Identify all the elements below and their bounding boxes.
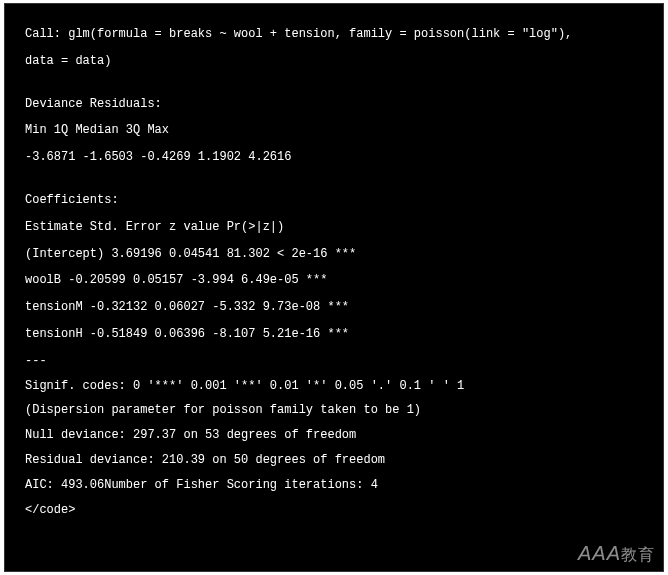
null-deviance-line: Null deviance: 297.37 on 53 degrees of f… — [25, 427, 643, 444]
aic-line: AIC: 493.06Number of Fisher Scoring iter… — [25, 477, 643, 494]
coefficients-heading: Coefficients: — [25, 192, 643, 209]
watermark-en: AAA — [578, 542, 621, 564]
deviance-columns: Min 1Q Median 3Q Max — [25, 122, 643, 139]
coef-intercept-row: (Intercept) 3.69196 0.04541 81.302 < 2e-… — [25, 246, 643, 263]
coef-tensionH-row: tensionH -0.51849 0.06396 -8.107 5.21e-1… — [25, 326, 643, 343]
end-code-tag: </code> — [25, 502, 643, 519]
coef-tensionM-row: tensionM -0.32132 0.06027 -5.332 9.73e-0… — [25, 299, 643, 316]
coefficients-columns: Estimate Std. Error z value Pr(>|z|) — [25, 219, 643, 236]
deviance-values: -3.6871 -1.6503 -0.4269 1.1902 4.2616 — [25, 149, 643, 166]
residual-deviance-line: Residual deviance: 210.39 on 50 degrees … — [25, 452, 643, 469]
deviance-heading: Deviance Residuals: — [25, 96, 643, 113]
terminal-output: Call: glm(formula = breaks ~ wool + tens… — [4, 3, 664, 572]
signif-codes: Signif. codes: 0 '***' 0.001 '**' 0.01 '… — [25, 378, 643, 395]
watermark-han: 教育 — [621, 546, 655, 563]
call-line-1: Call: glm(formula = breaks ~ wool + tens… — [25, 26, 643, 43]
coef-woolB-row: woolB -0.20599 0.05157 -3.994 6.49e-05 *… — [25, 272, 643, 289]
watermark-logo: AAA教育 — [578, 539, 655, 567]
dispersion-line: (Dispersion parameter for poisson family… — [25, 402, 643, 419]
call-line-2: data = data) — [25, 53, 643, 70]
separator-line: --- — [25, 353, 643, 370]
